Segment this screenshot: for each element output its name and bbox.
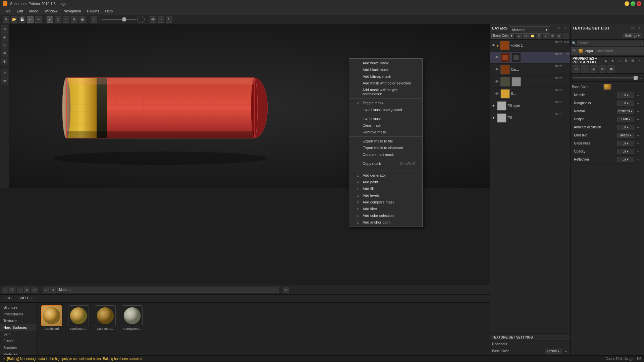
ctx-invert-mask[interactable]: Invert mask [349, 115, 422, 122]
pf-uv-slider[interactable] [573, 77, 638, 78]
channel-minus-glossiness[interactable]: − [636, 141, 641, 146]
merge-layers-button[interactable]: ⊥ [543, 33, 549, 39]
channel-format-metallic[interactable]: L8 ▾ [617, 93, 634, 98]
channel-minus-emissive[interactable]: − [636, 133, 641, 138]
layers-channel-dropdown[interactable]: Base Color ▾ [491, 33, 514, 39]
viewport[interactable]: X Y Z [9, 24, 553, 188]
view-side-button[interactable]: ⬡ [1, 42, 8, 49]
channel-format-height[interactable]: L16F ▾ [617, 117, 634, 122]
channel-format-glossiness[interactable]: L8 ▾ [617, 141, 634, 146]
undo-button[interactable]: ↩ [27, 16, 34, 23]
ctx-add-white-mask[interactable]: Add white mask [349, 60, 422, 66]
properties-tools-2[interactable]: ■ [610, 58, 615, 63]
close-button[interactable]: × [637, 1, 641, 6]
properties-pin-btn[interactable]: ⊟ [630, 58, 635, 63]
channel-minus-height[interactable]: − [636, 117, 641, 122]
ts-close-button[interactable]: × [637, 25, 642, 31]
properties-tools-4[interactable]: ⊞ [623, 58, 629, 63]
properties-close-btn[interactable]: × [637, 58, 642, 63]
layers-close-button[interactable]: × [563, 25, 568, 31]
channel-minus-ao[interactable]: − [636, 125, 641, 130]
ctx-add-generator[interactable]: □ Add generator [349, 172, 422, 179]
open-button[interactable]: 📂 [11, 16, 17, 23]
properties-tools-1[interactable]: ▲ [603, 58, 608, 63]
brush-size-slider[interactable] [102, 19, 136, 20]
layer-vis-3[interactable]: 👁 [495, 67, 499, 72]
pf-tool-4[interactable]: ⊕ [599, 65, 606, 73]
ctx-remove-mask[interactable]: Remove mask [349, 129, 422, 135]
view-2d-button[interactable]: ⊡ [1, 25, 8, 33]
channel-format-opacity[interactable]: L8 ▾ [617, 149, 634, 154]
ctx-export-mask-clipboard[interactable]: Export mask to clipboard [349, 144, 422, 151]
shelf-filter-button[interactable]: ▽ [43, 287, 49, 293]
view-flip-button[interactable]: ⇆ [1, 77, 8, 84]
shelf-tab-close[interactable]: × [31, 297, 33, 300]
shelf-close-button[interactable]: × [283, 287, 289, 293]
smudge-tool-button[interactable]: 〰 [63, 16, 69, 23]
properties-tools-3[interactable]: ◻ [616, 58, 622, 63]
shelf-grid-button[interactable]: ⊞ [2, 287, 8, 293]
channel-format-roughness[interactable]: L8 ▾ [617, 101, 634, 106]
eraser-tool-button[interactable]: ◻ [55, 16, 61, 23]
channel-minus-reflection[interactable]: − [636, 157, 641, 162]
layer-row-fill2[interactable]: 👁 Fill... Norm [490, 112, 570, 124]
duplicate-layer-button[interactable]: ⧉ [536, 33, 542, 39]
shelf-search-input[interactable] [57, 287, 279, 293]
shelf-link-button[interactable]: ⊙ [32, 287, 38, 293]
view-grid-button[interactable]: ⊞ [1, 50, 8, 57]
ts-pin-button[interactable]: ⊟ [630, 25, 635, 31]
rotation-button[interactable]: ↻ [166, 16, 172, 23]
menu-file[interactable]: File [2, 8, 13, 14]
paint-tool-button[interactable]: 🖌 [47, 16, 53, 23]
pf-tool-5[interactable]: ⬢ [607, 65, 615, 73]
ctx-add-bitmap-mask[interactable]: Add bitmap mask [349, 73, 422, 80]
nav-brushes[interactable]: Brushes [0, 344, 37, 351]
layer-vis-folder1[interactable]: 👁 [491, 43, 496, 48]
layer-vis-fill1[interactable]: 👁 [491, 104, 496, 108]
ctx-create-smart-mask[interactable]: Create smart mask [349, 151, 422, 158]
channel-format-reflection[interactable]: L8 ▾ [617, 157, 634, 162]
lazy-mouse-button[interactable]: 〜 [158, 16, 164, 23]
layer-vis-fill2[interactable]: 👁 [491, 116, 496, 120]
channel-minus-base-color[interactable]: − [564, 349, 568, 354]
shelf-item-cardboard[interactable]: Cardboard [40, 305, 64, 330]
add-folder-button[interactable]: 📁 [529, 33, 535, 39]
ts-search-input[interactable] [577, 41, 643, 46]
layer-row-4[interactable]: 👁 Norm [490, 76, 570, 88]
ctx-add-black-mask[interactable]: Add black mask [349, 66, 422, 73]
pf-tool-1[interactable]: ⬡ [573, 65, 580, 73]
view-shading-button[interactable]: ◐ [1, 58, 8, 65]
menu-plugins[interactable]: Plugins [84, 8, 102, 14]
layer-vis-5[interactable]: 👁 [495, 92, 499, 96]
tab-log[interactable]: LOG [2, 296, 14, 301]
shelf-options-button[interactable]: ⊕ [24, 287, 30, 293]
shelf-import-button[interactable]: ↓ [17, 287, 23, 293]
menu-window[interactable]: Window [42, 8, 60, 14]
ctx-clear-mask[interactable]: Clear mask [349, 122, 422, 129]
channel-format-ao[interactable]: L8 ▾ [617, 125, 634, 130]
shelf-list-button[interactable]: ☰ [9, 287, 15, 293]
menu-mode[interactable]: Mode [26, 8, 41, 14]
redo-button[interactable]: ↪ [35, 16, 42, 23]
menu-edit[interactable]: Edit [14, 8, 26, 14]
shelf-item-cardboard-3[interactable]: Cardboard... [93, 305, 117, 330]
prop-swatch-base-color[interactable] [603, 84, 611, 90]
maximize-button[interactable]: □ [631, 1, 635, 6]
nav-hard-surfaces[interactable]: Hard Surfaces [0, 324, 37, 331]
channel-format-normal[interactable]: RGB16F ▾ [617, 109, 634, 114]
ctx-add-filter[interactable]: □ Add filter [349, 205, 422, 212]
brush-size-thumb[interactable] [122, 17, 126, 21]
pf-tool-3[interactable]: ◈ [590, 65, 597, 73]
ctx-add-mask-height-combo[interactable]: Add mask with height combination [349, 86, 422, 97]
menu-navigation[interactable]: Navigation [61, 8, 84, 14]
menu-help[interactable]: Help [102, 8, 115, 14]
ctx-add-levels[interactable]: □ Add levels [349, 192, 422, 199]
shelf-search-clear[interactable]: ⊙ [50, 287, 56, 293]
shelf-item-corrugated[interactable]: Corrugated... [120, 305, 144, 330]
layer-row-2[interactable]: 👁 Norm ▾ [490, 52, 570, 64]
channel-minus-opacity[interactable]: − [636, 149, 641, 154]
nav-filters[interactable]: Filters [0, 338, 37, 344]
nav-textures[interactable]: Textures [0, 317, 37, 324]
add-fill-layer-button[interactable]: ⊡ [523, 33, 529, 39]
delete-layer-button[interactable]: 🗑 [549, 33, 555, 39]
